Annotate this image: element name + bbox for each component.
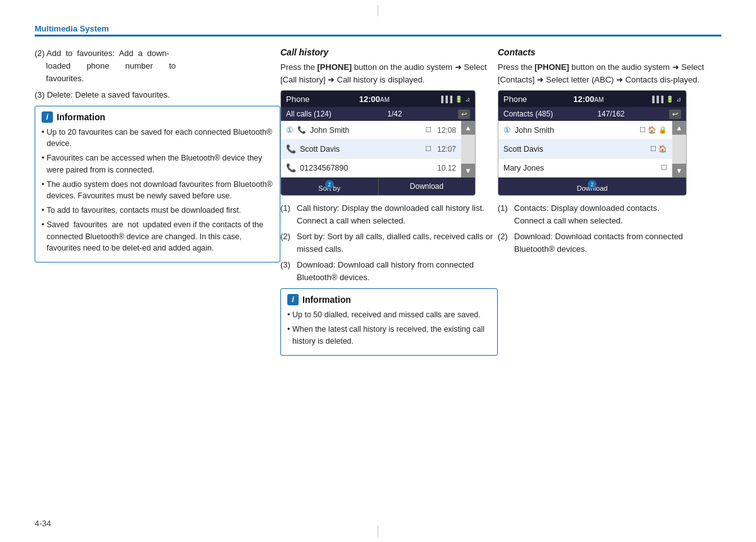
call-history-screen: Phone 12:00AM ▐▐▐ 🔋 ⊿ All calls (124) 1/…: [280, 90, 476, 196]
contacts-intro: Press the [PHONE] button on the audio sy…: [498, 61, 724, 86]
left-bullet-5: Saved favourites are not updated even if…: [42, 219, 273, 254]
time-1: 12:08: [437, 126, 456, 135]
scroll-up[interactable]: ▲: [461, 121, 475, 135]
time-2: 12:07: [437, 145, 456, 154]
history-item-3: (3) Download: Download call history from…: [280, 259, 498, 283]
contact-name-1: John Smith: [310, 126, 350, 135]
call-icon-1: ①: [286, 125, 294, 135]
contact-right-john: ☐ 🏠 🔒: [639, 126, 667, 134]
contact-row-john[interactable]: ① John Smith ☐ 🏠 🔒: [498, 121, 672, 140]
call-history-subheader: All calls (124) 1/42 ↩: [281, 107, 475, 121]
contacts-item-2: (2) Download: Download contacts from con…: [498, 230, 724, 255]
contacts-count-label: Contacts (485): [503, 110, 553, 118]
contacts-item-1: (1) Contacts: Display downloaded contact…: [498, 202, 724, 227]
call-history-time: 12:00AM: [359, 94, 389, 104]
left-bullet-2: Favourites can be accessed when the Blue…: [42, 152, 273, 176]
history-item-2: (2) Sort by: Sort by all calls, dialled …: [280, 230, 498, 255]
contacts-heading: Contacts: [498, 47, 724, 57]
call-history-intro: Press the [PHONE] button on the audio sy…: [280, 61, 498, 86]
contacts-back-button[interactable]: ↩: [669, 110, 681, 119]
page-title: Multimedia System: [35, 24, 109, 33]
all-calls-label: All calls (124): [286, 110, 331, 118]
contacts-wifi-icon: ⊿: [676, 96, 681, 103]
wifi-icon: ⊿: [465, 96, 470, 103]
signal-icon: ▐▐▐: [439, 96, 452, 103]
download-button-history[interactable]: Download: [379, 178, 476, 195]
left-bullet-1: Up to 20 favourites can be saved for eac…: [42, 127, 273, 150]
mid-bullet-2: When the latest call history is received…: [287, 324, 491, 347]
contacts-bottom-bar: 2 Download: [498, 178, 686, 195]
row-left-scott: 📞 Scott Davis: [286, 144, 340, 154]
call-icon-3: 📞: [286, 163, 296, 172]
phone-type-icon-1: ☐: [425, 126, 432, 135]
row-left-john: ① 📞 John Smith: [286, 125, 350, 135]
scroll-bar: ▲ ▼: [461, 121, 475, 178]
phone-icon-john: ☐: [639, 126, 646, 134]
contact-row-mary[interactable]: Mary Jones ☐: [498, 159, 672, 178]
home-icon-scott: 🏠: [658, 145, 667, 153]
call-history-status-icons: ▐▐▐ 🔋 ⊿: [439, 96, 470, 103]
contact-name-2: Scott Davis: [300, 145, 340, 154]
contact-left-john: ① John Smith: [503, 125, 554, 135]
info-icon-mid: i: [287, 294, 299, 305]
contacts-screen: Phone 12:00AM ▐▐▐ 🔋 ⊿ Contacts (485) 147…: [498, 90, 687, 196]
call-history-screen-title: Phone: [286, 94, 310, 104]
contacts-scroll-down[interactable]: ▼: [672, 164, 686, 178]
contacts-signal-icon: ▐▐▐: [650, 96, 663, 103]
mid-info-title: i Information: [287, 294, 491, 305]
contacts-scroll-bar: ▲ ▼: [672, 121, 686, 178]
intro-item-2: (3) Delete: Delete a saved favourites.: [35, 89, 280, 101]
mid-bullet-1: Up to 50 dialled, received and missed ca…: [287, 309, 491, 321]
contacts-page-count: 147/162: [597, 110, 624, 118]
contact-num-icon-1: ①: [503, 125, 511, 135]
contacts-scroll-up[interactable]: ▲: [672, 121, 686, 135]
call-row-scott-davis[interactable]: 📞 Scott Davis ☐ 12:07: [281, 140, 461, 159]
contact-row-scott[interactable]: Scott Davis ☐ 🏠: [498, 140, 672, 159]
row-left-num: 📞 01234567890: [286, 163, 348, 172]
contacts-download-button[interactable]: 2 Download: [498, 178, 686, 195]
footer-page-number: 4-34: [35, 519, 51, 528]
call-row-number[interactable]: 📞 01234567890 10.12: [281, 159, 461, 178]
lock-icon-john: 🔒: [658, 126, 667, 134]
mid-info-box: i Information Up to 50 dialled, received…: [280, 288, 498, 355]
call-icon-2: 📞: [286, 144, 296, 154]
contact-left-scott: Scott Davis: [503, 145, 543, 154]
contacts-screen-title: Phone: [503, 94, 527, 104]
history-item-1: (1) Call history: Display the downloaded…: [280, 202, 498, 227]
contacts-subheader: Contacts (485) 147/162 ↩: [498, 107, 686, 121]
page-count: 1/42: [387, 110, 402, 118]
call-row-john-smith[interactable]: ① 📞 John Smith ☐ 12:08: [281, 121, 461, 140]
row-right-scott: ☐ 12:07: [425, 145, 456, 154]
sort-by-badge: 2: [325, 180, 334, 189]
phone-type-icon-2: ☐: [425, 145, 432, 154]
header-bar: [35, 35, 721, 37]
intro-item-1: (2) Add to favourites: Add a down- loade…: [35, 47, 280, 85]
contacts-header: Phone 12:00AM ▐▐▐ 🔋 ⊿: [498, 91, 686, 107]
left-bullet-4: To add to favourites, contacts must be d…: [42, 205, 273, 217]
bottom-mark: [378, 526, 379, 537]
contact-name-scott: Scott Davis: [503, 145, 543, 154]
contacts-download-badge: 2: [588, 180, 597, 189]
contact-right-scott: ☐ 🏠: [650, 145, 667, 153]
home-icon-john: 🏠: [648, 126, 656, 134]
left-info-box: i Information Up to 20 favourites can be…: [35, 106, 280, 263]
middle-column: Call history Press the [PHONE] button on…: [280, 47, 498, 362]
sort-by-button[interactable]: 2 Sort by: [281, 178, 379, 195]
back-button[interactable]: ↩: [458, 110, 470, 119]
top-mark: [378, 5, 379, 16]
scroll-down[interactable]: ▼: [461, 164, 475, 178]
contact-name-mary: Mary Jones: [503, 164, 544, 172]
phone-icon-mary: ☐: [661, 164, 667, 172]
call-history-heading: Call history: [280, 47, 498, 57]
phone-icon-scott: ☐: [650, 145, 656, 153]
contact-icon-1: 📞: [297, 126, 306, 134]
left-info-box-title: i Information: [42, 111, 273, 123]
contacts-status-icons: ▐▐▐ 🔋 ⊿: [650, 96, 681, 103]
contact-name-john: John Smith: [515, 126, 554, 135]
contacts-rows: ① John Smith ☐ 🏠 🔒 Scott Davis ☐: [498, 121, 686, 178]
row-right-num: 10.12: [437, 164, 456, 172]
contact-left-mary: Mary Jones: [503, 164, 544, 172]
left-bullet-3: The audio system does not download favou…: [42, 179, 273, 203]
contacts-battery-icon: 🔋: [666, 96, 673, 103]
call-history-header: Phone 12:00AM ▐▐▐ 🔋 ⊿: [281, 91, 475, 107]
